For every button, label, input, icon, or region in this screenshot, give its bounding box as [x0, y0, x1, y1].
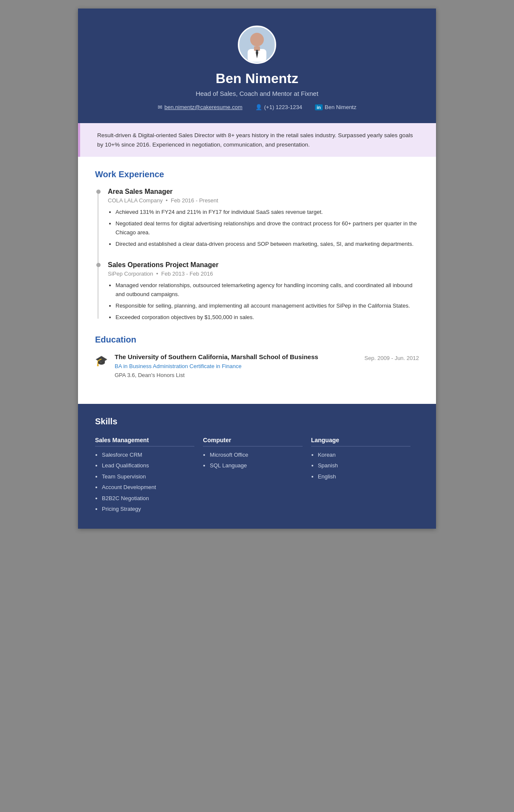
phone-icon: 👤: [255, 104, 262, 110]
skills-list-computer: Microsoft Office SQL Language: [203, 451, 302, 470]
bullet-2-2: Responsible for selling, planning, and i…: [116, 302, 419, 311]
skills-col-language: Language Korean Spanish English: [311, 437, 419, 516]
avatar: [238, 26, 276, 64]
job-role-1: Area Sales Manager: [108, 188, 419, 196]
education-title: Education: [95, 335, 419, 345]
edu-school-1: The University of Southern California, M…: [115, 353, 318, 360]
job-company-2: SiPep Corporation • Feb 2013 - Feb 2016: [108, 271, 419, 277]
email-link[interactable]: ben.nimentz@cakeresume.com: [165, 104, 243, 110]
skill-account-dev: Account Development: [102, 483, 194, 492]
skill-english: English: [318, 472, 410, 481]
resume-container: Ben Nimentz Head of Sales, Coach and Men…: [78, 9, 436, 529]
skills-col-title-sales: Sales Management: [95, 437, 194, 446]
skills-col-title-computer: Computer: [203, 437, 302, 446]
phone-number: (+1) 1223-1234: [264, 104, 302, 110]
edu-gpa-1: GPA 3.6, Dean's Honors List: [115, 372, 419, 378]
header-contacts: ✉ ben.nimentz@cakeresume.com 👤 (+1) 1223…: [87, 104, 427, 110]
skills-col-title-language: Language: [311, 437, 410, 446]
job-dates-2: Feb 2013 - Feb 2016: [161, 271, 213, 277]
edu-row-1: The University of Southern California, M…: [115, 353, 419, 363]
svg-point-1: [250, 33, 264, 46]
bullet-1-3: Directed and established a clear data-dr…: [116, 240, 419, 249]
contact-email: ✉ ben.nimentz@cakeresume.com: [158, 104, 243, 110]
edu-degree-1: BA in Business Administration Certificat…: [115, 363, 419, 369]
work-item-1: Area Sales Manager COLA LALA Company • F…: [108, 188, 419, 248]
main-content: Work Experience Area Sales Manager COLA …: [78, 157, 436, 403]
job-bullets-2: Managed vendor relationships, outsourced…: [108, 281, 419, 322]
skill-team-supervision: Team Supervision: [102, 472, 194, 481]
contact-linkedin: in Ben Nimentz: [315, 104, 356, 110]
bullet-2-3: Exceeded corporation objectives by $1,50…: [116, 313, 419, 322]
svg-rect-5: [256, 50, 258, 52]
company-name-2: SiPep Corporation: [108, 271, 153, 277]
skills-title: Skills: [95, 417, 419, 426]
skill-spanish: Spanish: [318, 461, 410, 470]
job-role-2: Sales Operations Project Manager: [108, 261, 419, 269]
edu-item-1: 🎓 The University of Southern California,…: [95, 353, 419, 378]
skill-korean: Korean: [318, 451, 410, 459]
summary-text: Result-driven & Digital-oriented Sales D…: [97, 132, 413, 148]
linkedin-icon: in: [315, 104, 323, 110]
company-name-1: COLA LALA Company: [108, 197, 163, 204]
skills-columns: Sales Management Salesforce CRM Lead Qua…: [95, 437, 419, 516]
contact-phone: 👤 (+1) 1223-1234: [255, 104, 302, 110]
skill-lead-qual: Lead Qualifications: [102, 461, 194, 470]
email-icon: ✉: [158, 104, 162, 110]
skill-pricing: Pricing Strategy: [102, 505, 194, 513]
header-title: Head of Sales, Coach and Mentor at Fixne…: [87, 90, 427, 97]
skills-section: Skills Sales Management Salesforce CRM L…: [78, 404, 436, 529]
job-bullets-1: Achieved 131% in FY24 and 211% in FY17 f…: [108, 208, 419, 248]
edu-body-1: The University of Southern California, M…: [115, 353, 419, 378]
skill-sql: SQL Language: [210, 461, 302, 470]
header-name: Ben Nimentz: [87, 71, 427, 86]
avatar-wrapper: [87, 26, 427, 64]
job-company-1: COLA LALA Company • Feb 2016 - Present: [108, 197, 419, 204]
skills-list-sales: Salesforce CRM Lead Qualifications Team …: [95, 451, 194, 513]
education-section: Education 🎓 The University of Southern C…: [95, 335, 419, 378]
work-experience-section: Work Experience Area Sales Manager COLA …: [95, 170, 419, 322]
bullet-1-2: Negotiated deal terms for digital advert…: [116, 219, 419, 237]
summary-section: Result-driven & Digital-oriented Sales D…: [78, 123, 436, 157]
work-dot-1: [96, 190, 101, 194]
work-timeline: Area Sales Manager COLA LALA Company • F…: [95, 188, 419, 322]
work-item-2: Sales Operations Project Manager SiPep C…: [108, 261, 419, 322]
linkedin-name: Ben Nimentz: [325, 104, 356, 110]
skills-list-language: Korean Spanish English: [311, 451, 410, 481]
edu-dates-1: Sep. 2009 - Jun. 2012: [364, 355, 419, 361]
header-section: Ben Nimentz Head of Sales, Coach and Men…: [78, 9, 436, 123]
skills-col-computer: Computer Microsoft Office SQL Language: [203, 437, 311, 516]
work-experience-title: Work Experience: [95, 170, 419, 179]
job-dates-1: Feb 2016 - Present: [171, 197, 218, 204]
graduation-icon: 🎓: [95, 355, 108, 367]
skill-msoffice: Microsoft Office: [210, 451, 302, 459]
bullet-1-1: Achieved 131% in FY24 and 211% in FY17 f…: [116, 208, 419, 217]
skills-col-sales: Sales Management Salesforce CRM Lead Qua…: [95, 437, 203, 516]
skill-b2b2c: B2B2C Negotiation: [102, 494, 194, 503]
skill-salesforce: Salesforce CRM: [102, 451, 194, 459]
bullet-2-1: Managed vendor relationships, outsourced…: [116, 281, 419, 299]
work-dot-2: [96, 263, 101, 267]
